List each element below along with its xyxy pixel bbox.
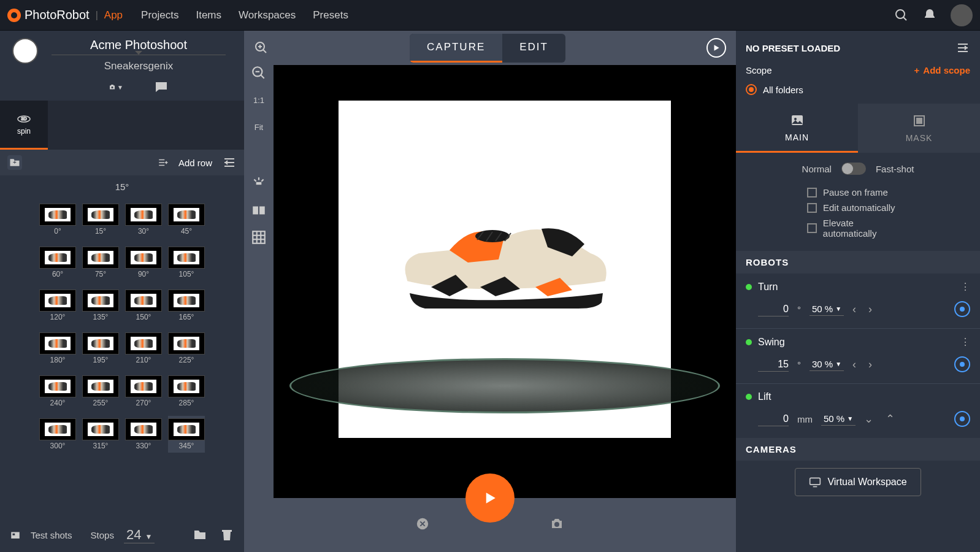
robot-name: Swing <box>758 337 785 348</box>
thumb-image <box>168 375 205 397</box>
tab-mask[interactable]: MASK <box>858 104 980 153</box>
single-shot-icon[interactable] <box>549 516 564 534</box>
bottom-bar: Test shots Stops 24 ▼ <box>0 518 244 552</box>
zoom-in-icon[interactable] <box>254 40 269 55</box>
chevron-right-icon[interactable]: › <box>868 358 872 371</box>
target-icon[interactable] <box>954 356 970 372</box>
thumbnail[interactable]: 165° <box>168 287 205 324</box>
thumbnail[interactable]: 315° <box>82 416 119 453</box>
robot-value-input[interactable] <box>758 358 789 372</box>
more-icon[interactable]: ⋮ <box>960 281 970 293</box>
speed-dropdown[interactable]: 50 % ▼ <box>810 302 844 316</box>
thumbnail[interactable]: 15° <box>82 201 119 238</box>
thumbnail[interactable]: 0° <box>39 201 76 238</box>
thumbnail[interactable]: 90° <box>125 244 162 281</box>
nav-items[interactable]: Items <box>196 9 221 21</box>
zoom-out-icon[interactable] <box>249 65 269 81</box>
speed-dropdown[interactable]: 30 % ▼ <box>810 358 844 371</box>
add-folder-icon[interactable]: + <box>7 155 22 170</box>
thumbnail[interactable]: 180° <box>39 330 76 367</box>
test-shots-icon[interactable] <box>10 527 21 542</box>
compare-icon[interactable] <box>249 202 269 218</box>
svg-point-2 <box>112 86 113 88</box>
list-add-icon[interactable] <box>158 155 169 170</box>
target-icon[interactable] <box>954 301 970 317</box>
search-icon[interactable] <box>894 8 909 23</box>
project-thumbnail[interactable] <box>12 38 38 64</box>
nav-projects[interactable]: Projects <box>141 9 178 21</box>
comment-icon[interactable] <box>154 80 169 94</box>
scope-all-folders[interactable]: All folders <box>736 82 980 104</box>
thumb-label: 270° <box>136 399 151 407</box>
capture-mode-button[interactable]: CAPTURE <box>410 34 502 63</box>
thumb-label: 195° <box>93 356 109 364</box>
shutter-button[interactable] <box>465 473 515 523</box>
thumb-label: 135° <box>93 313 109 321</box>
chevron-right-icon[interactable]: › <box>868 303 872 316</box>
chevron-left-icon[interactable]: ‹ <box>852 303 856 316</box>
add-row-label[interactable]: Add row <box>178 158 212 168</box>
target-icon[interactable] <box>954 411 970 427</box>
play-preview-icon[interactable] <box>706 38 726 58</box>
thumbnail[interactable]: 240° <box>39 373 76 410</box>
brand-logo: PhotoRobot <box>7 8 90 22</box>
project-title[interactable]: Acme Photoshoot <box>52 38 226 55</box>
test-shots-label[interactable]: Test shots <box>31 530 72 540</box>
camera-dropdown-icon[interactable]: ▼ <box>109 80 123 94</box>
light-icon[interactable] <box>249 175 269 191</box>
nav-presets[interactable]: Presets <box>313 9 348 21</box>
check-edit-auto[interactable]: Edit automatically <box>746 200 970 215</box>
more-icon[interactable]: ⋮ <box>960 336 970 348</box>
app-label[interactable]: App <box>104 9 123 21</box>
trash-icon[interactable] <box>220 527 234 542</box>
thumb-label: 210° <box>136 356 151 364</box>
tab-main[interactable]: MAIN <box>736 104 858 153</box>
thumbnail[interactable]: 120° <box>39 287 76 324</box>
fit-label[interactable]: Fit <box>249 119 269 135</box>
thumbnail[interactable]: 135° <box>82 287 119 324</box>
thumbnail[interactable]: 270° <box>125 373 162 410</box>
stops-value[interactable]: 24 ▼ <box>124 527 155 543</box>
check-elevate[interactable]: Elevate automatically <box>746 215 970 241</box>
thumbnail[interactable]: 105° <box>168 244 205 281</box>
monitor-icon <box>809 475 821 489</box>
chevron-down-icon[interactable]: ⌄ <box>864 412 873 426</box>
folder-icon[interactable] <box>193 527 207 542</box>
thumbnail[interactable]: 195° <box>82 330 119 367</box>
thumbnail[interactable]: 285° <box>168 373 205 410</box>
check-pause[interactable]: Pause on frame <box>746 185 970 200</box>
thumbnail[interactable]: 255° <box>82 373 119 410</box>
bell-icon[interactable] <box>922 8 937 23</box>
thumb-image <box>82 247 119 269</box>
thumbnail[interactable]: 225° <box>168 330 205 367</box>
chevron-left-icon[interactable]: ‹ <box>852 358 856 371</box>
thumbnail[interactable]: 75° <box>82 244 119 281</box>
chevron-up-icon[interactable]: ⌃ <box>886 412 895 426</box>
thumbnail[interactable]: 210° <box>125 330 162 367</box>
thumbnail[interactable]: 300° <box>39 416 76 453</box>
edit-mode-button[interactable]: EDIT <box>502 34 565 63</box>
ratio-label[interactable]: 1:1 <box>249 92 269 108</box>
thumbnail[interactable]: 30° <box>125 201 162 238</box>
grid-icon[interactable] <box>249 229 269 245</box>
fast-shot-toggle[interactable] <box>841 163 866 175</box>
thumbnail[interactable]: 150° <box>125 287 162 324</box>
virtual-workspace-button[interactable]: Virtual Workspace <box>795 468 921 496</box>
collapse-icon[interactable] <box>222 155 237 170</box>
nav-workspaces[interactable]: Workspaces <box>239 9 296 21</box>
panel-collapse-icon[interactable] <box>955 40 970 55</box>
thumbnail[interactable]: 60° <box>39 244 76 281</box>
type-tab-spin[interactable]: 3D spin <box>0 101 48 150</box>
svg-rect-23 <box>256 182 262 185</box>
user-avatar[interactable] <box>951 4 973 26</box>
fast-label: Fast-shot <box>876 164 914 174</box>
robot-value-input[interactable] <box>758 412 789 426</box>
thumbnail[interactable]: 330° <box>125 416 162 453</box>
cancel-capture-icon[interactable] <box>416 517 429 533</box>
thumbnail[interactable]: 45° <box>168 201 205 238</box>
robot-value-input[interactable] <box>758 302 789 316</box>
speed-dropdown[interactable]: 50 % ▼ <box>821 412 856 426</box>
thumbnail[interactable]: 345° <box>168 416 205 453</box>
thumb-image <box>125 418 162 440</box>
add-scope-button[interactable]: +Add scope <box>914 65 970 75</box>
